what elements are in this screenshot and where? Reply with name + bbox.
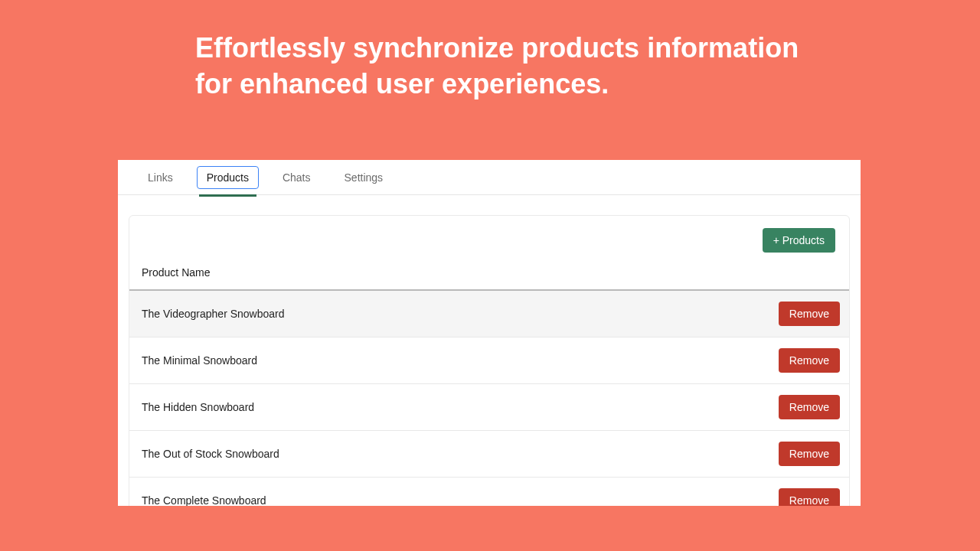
- remove-button[interactable]: Remove: [779, 395, 840, 419]
- product-name: The Complete Snowboard: [142, 494, 779, 506]
- product-name: The Minimal Snowboard: [142, 354, 779, 367]
- table-row: The Hidden Snowboard Remove: [129, 384, 849, 431]
- tab-settings[interactable]: Settings: [335, 166, 394, 189]
- product-name: The Videographer Snowboard: [142, 308, 779, 320]
- remove-button[interactable]: Remove: [779, 302, 840, 326]
- card-toolbar: + Products: [129, 216, 849, 260]
- remove-button[interactable]: Remove: [779, 442, 840, 466]
- product-name: The Out of Stock Snowboard: [142, 448, 779, 460]
- product-name: The Hidden Snowboard: [142, 401, 779, 413]
- app-panel: Links Products Chats Settings + Products…: [118, 160, 861, 506]
- column-header-product-name: Product Name: [129, 260, 849, 291]
- add-products-button[interactable]: + Products: [763, 228, 835, 253]
- remove-button[interactable]: Remove: [779, 488, 840, 506]
- table-row: The Videographer Snowboard Remove: [129, 291, 849, 337]
- tab-links[interactable]: Links: [138, 166, 183, 189]
- products-card: + Products Product Name The Videographer…: [129, 215, 850, 506]
- remove-button[interactable]: Remove: [779, 348, 840, 373]
- tab-products[interactable]: Products: [197, 166, 259, 189]
- table-row: The Complete Snowboard Remove: [129, 478, 849, 506]
- table-row: The Minimal Snowboard Remove: [129, 337, 849, 384]
- page-headline: Effortlessly synchronize products inform…: [195, 31, 823, 103]
- tab-chats[interactable]: Chats: [273, 166, 321, 189]
- tab-bar: Links Products Chats Settings: [118, 160, 861, 195]
- table-row: The Out of Stock Snowboard Remove: [129, 431, 849, 478]
